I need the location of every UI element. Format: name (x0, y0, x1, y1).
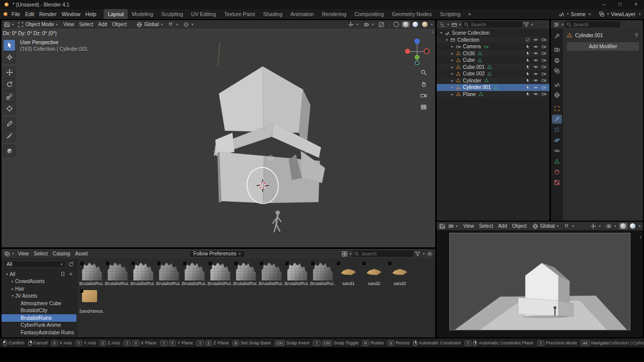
tool-cursor-button[interactable] (4, 52, 15, 63)
camera-toggle-icon[interactable] (540, 70, 547, 77)
select-toggle-icon[interactable] (524, 63, 531, 70)
asset-item-sandatmos[interactable]: SandAtmos... (79, 288, 105, 314)
camera-toggle-icon[interactable] (540, 77, 547, 84)
disclosure-down-icon[interactable]: ▾ (444, 38, 449, 42)
shading-wireframe-button[interactable] (392, 21, 400, 28)
asset-menu-select[interactable]: Select (31, 251, 50, 256)
eye-toggle-icon[interactable] (532, 36, 539, 43)
eye-toggle-icon[interactable] (532, 43, 539, 50)
select-toggle-icon[interactable] (524, 70, 531, 77)
tool-measure-button[interactable] (4, 130, 15, 141)
editor-type-icon[interactable] (439, 223, 446, 230)
asset-catalog-hair[interactable]: ▸Hair (2, 285, 76, 293)
disclosure-right-icon[interactable]: ▸ (450, 51, 455, 56)
close-button[interactable]: × (628, 0, 644, 9)
asset-menu-asset[interactable]: Asset (72, 251, 90, 256)
properties-tab-render[interactable] (552, 45, 562, 54)
eye-toggle-icon[interactable] (532, 90, 539, 98)
properties-search[interactable] (565, 21, 620, 28)
asset-catalog-crowdassets[interactable]: ▸CrowdAssets (2, 278, 76, 286)
disclosure-right-icon[interactable]: ▸ (450, 71, 455, 76)
bookmark-icon[interactable] (59, 270, 66, 278)
properties-tab-world[interactable] (552, 90, 562, 100)
menu-help[interactable]: Help (83, 11, 99, 17)
disclosure-right-icon[interactable]: ▸ (450, 58, 455, 62)
add-workspace-button[interactable]: + (464, 11, 474, 17)
asset-menu-catalog[interactable]: Catalog (50, 251, 72, 256)
mode-dropdown[interactable]: Object Mode▾ (16, 21, 60, 28)
menu-edit[interactable]: Edit (23, 11, 37, 17)
zoom-icon[interactable] (419, 68, 428, 77)
asset-catalog-jv-assets[interactable]: ▾JV Assets (2, 293, 76, 300)
disclosure-right-icon[interactable]: ▸ (450, 92, 455, 97)
camera-toggle-icon[interactable] (540, 50, 547, 57)
camera-toggle-icon[interactable] (540, 36, 547, 43)
disclosure-right-icon[interactable]: ▸ (450, 65, 455, 69)
proportional-editing-toggle[interactable]: ▾ (181, 21, 196, 28)
workspace-tab-modeling[interactable]: Modeling (128, 9, 157, 19)
editor-type-icon[interactable] (439, 21, 446, 28)
workspace-tab-geometry-nodes[interactable]: Geometry Nodes (388, 9, 436, 19)
asset-item-brutalistrui[interactable]: BrutalistRui... (207, 260, 233, 286)
properties-tab-viewlayer[interactable] (552, 66, 562, 75)
select-toggle-icon[interactable] (524, 50, 531, 57)
editor-type-icon[interactable] (4, 21, 11, 28)
properties-tab-material[interactable] (552, 167, 562, 176)
asset-item-brutalistrui[interactable]: BrutalistRui... (130, 260, 156, 286)
collection-checkbox-icon[interactable] (524, 36, 531, 43)
camera-toggle-icon[interactable] (540, 84, 547, 91)
viewport2-menu-object[interactable]: Object (510, 223, 529, 229)
camera-toggle-icon[interactable] (540, 90, 547, 98)
disclosure-right-icon[interactable]: ▸ (10, 287, 15, 291)
workspace-tab-layout[interactable]: Layout (104, 9, 128, 19)
navigation-gizmo[interactable] (404, 37, 430, 66)
properties-tab-modifiers[interactable] (552, 115, 562, 124)
asset-catalog-brutalistruins[interactable]: BrutalistRuins (2, 314, 76, 322)
tool-tweak-button[interactable] (4, 40, 15, 51)
asset-item-brutalistrui[interactable]: BrutalistRui... (105, 260, 130, 286)
display-mode-icon[interactable] (451, 21, 458, 28)
workspace-tab-sculpting[interactable]: Sculpting (157, 9, 187, 19)
import-method-dropdown[interactable]: Follow Preferences▾ (189, 250, 245, 257)
outliner-row-scene-collection[interactable]: ▾Scene Collection (437, 30, 549, 37)
outliner-row-cylinder-001[interactable]: ▸Cylinder.001 (437, 84, 549, 91)
outliner-row-cube[interactable]: ▸Cube (437, 57, 549, 64)
tool-annotate-button[interactable] (4, 118, 15, 129)
viewport-menu-add[interactable]: Add (96, 22, 110, 27)
unlink-scene-icon[interactable]: × (587, 12, 592, 17)
workspace-tab-scripting[interactable]: Scripting (436, 9, 464, 19)
menu-window[interactable]: Window (59, 11, 83, 17)
properties-tab-data[interactable] (552, 157, 562, 166)
disclosure-right-icon[interactable]: ▸ (450, 44, 455, 49)
tool-transform-button[interactable] (4, 103, 15, 114)
camera-view-icon[interactable] (419, 91, 428, 100)
asset-item-brutalistrui[interactable]: BrutalistRui... (310, 260, 336, 286)
tool-move-button[interactable] (4, 67, 15, 78)
shading-rendered-button[interactable] (421, 21, 429, 28)
properties-tab-texture[interactable] (552, 178, 562, 187)
viewport-menu-select[interactable]: Select (76, 22, 96, 27)
viewlayer-selector[interactable]: ▾ ViewLayer × (598, 11, 642, 18)
properties-search-input[interactable] (565, 21, 620, 28)
filter-icon[interactable] (523, 21, 530, 28)
viewport-menu-object[interactable]: Object (110, 22, 129, 27)
blender-menu-icon[interactable] (2, 11, 9, 18)
properties-tab-particles[interactable] (552, 125, 562, 134)
disclosure-right-icon[interactable]: ▸ (450, 78, 455, 83)
viewport2-menu-add[interactable]: Add (496, 223, 510, 229)
outliner-search[interactable] (462, 21, 522, 28)
camera-toggle-icon[interactable] (540, 63, 547, 70)
asset-menu-view[interactable]: View (16, 251, 32, 256)
eye-toggle-icon[interactable] (532, 84, 539, 91)
eye-toggle-icon[interactable] (532, 63, 539, 70)
shading-material-button[interactable] (628, 223, 637, 229)
pin-icon[interactable] (633, 32, 640, 39)
editor-type-icon[interactable] (553, 21, 560, 28)
asset-item-brutalistrui[interactable]: BrutalistRui... (233, 260, 259, 286)
sidebar-toggle-icon[interactable]: ‹ (640, 234, 641, 240)
sidebar-toggle-icon[interactable]: ‹ (432, 29, 434, 35)
properties-tab-tool[interactable] (552, 32, 562, 41)
asset-search-input[interactable] (353, 250, 413, 257)
orientation-dropdown[interactable]: Global▾ (530, 223, 560, 230)
asset-item-sand2[interactable]: sand2 (361, 260, 387, 286)
